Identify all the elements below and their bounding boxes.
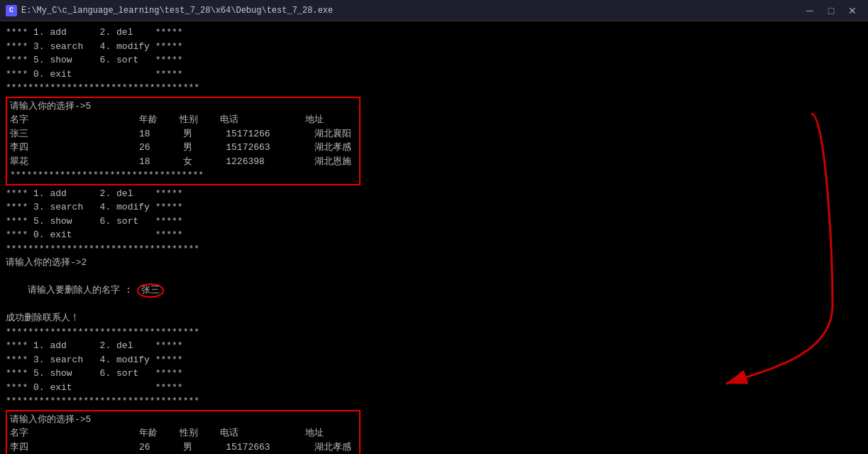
menu2-line-1: **** 1. add 2. del ***** — [6, 187, 862, 201]
menu2-line-4: **** 0. exit ***** — [6, 228, 862, 242]
title-bar-text: E:\My_C\c_language_learning\test_7_28\x6… — [21, 6, 796, 16]
section1-header: 名字 年龄 性别 电话 地址 — [10, 113, 356, 127]
menu-line-1: **** 1. add 2. del ***** — [6, 26, 862, 40]
section3-header: 名字 年龄 性别 电话 地址 — [10, 426, 356, 441]
title-bar: C E:\My_C\c_language_learning\test_7_28\… — [0, 0, 868, 21]
menu2-sep: *********************************** — [6, 242, 862, 256]
menu3-line-4: **** 0. exit ***** — [6, 381, 862, 395]
section1-row1: 张三 18 男 15171266 湖北襄阳 — [10, 127, 356, 141]
menu3-line-1: **** 1. add 2. del ***** — [6, 339, 862, 353]
section3-box: 请输入你的选择->5 名字 年龄 性别 电话 地址 李四 26 男 151726… — [6, 410, 361, 454]
menu-line-2: **** 3. search 4. modify ***** — [6, 40, 862, 54]
section3-row1: 李四 26 男 15172663 湖北孝感 — [10, 441, 356, 454]
menu3-line-3: **** 5. show 6. sort ***** — [6, 367, 862, 381]
console-area: **** 1. add 2. del ***** **** 3. search … — [0, 21, 868, 454]
section2-sep: *********************************** — [6, 325, 862, 340]
minimize-button[interactable]: ─ — [800, 3, 820, 18]
menu-line-4: **** 0. exit ***** — [6, 67, 862, 82]
section1-sep: *********************************** — [10, 168, 356, 183]
menu2-line-3: **** 5. show 6. sort ***** — [6, 215, 862, 229]
section2-delete-prompt: 请输入要删除人的名字 : 张三 — [6, 270, 862, 312]
delete-prompt-text: 请输入要删除人的名字 : — [28, 285, 131, 296]
deleted-name: 张三 — [137, 283, 164, 298]
section2-success: 成功删除联系人！ — [6, 311, 862, 325]
close-button[interactable]: ✕ — [842, 3, 862, 18]
app-icon-letter: C — [9, 6, 13, 14]
section1-prompt: 请输入你的选择->5 — [10, 99, 356, 114]
menu3-sep: *********************************** — [6, 394, 862, 409]
menu-line-3: **** 5. show 6. sort ***** — [6, 53, 862, 67]
app-icon: C — [6, 5, 17, 16]
section1-row3: 翠花 18 女 1226398 湖北恩施 — [10, 155, 356, 169]
maximize-button[interactable]: □ — [821, 3, 841, 18]
section3-prompt: 请输入你的选择->5 — [10, 413, 356, 427]
title-bar-buttons: ─ □ ✕ — [800, 3, 862, 18]
section1-row2: 李四 26 男 15172663 湖北孝感 — [10, 141, 356, 155]
section1-box: 请输入你的选择->5 名字 年龄 性别 电话 地址 张三 18 男 151712… — [6, 97, 361, 185]
menu3-line-2: **** 3. search 4. modify ***** — [6, 353, 862, 367]
menu2-line-2: **** 3. search 4. modify ***** — [6, 200, 862, 215]
menu-sep-1: *********************************** — [6, 81, 862, 95]
section2-prompt: 请输入你的选择->2 — [6, 256, 862, 270]
